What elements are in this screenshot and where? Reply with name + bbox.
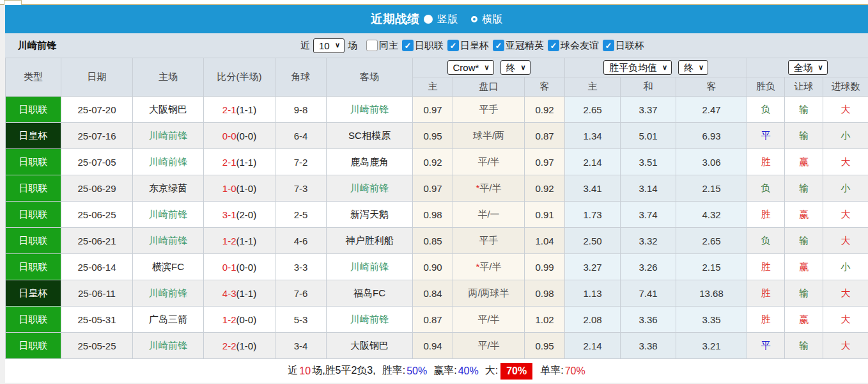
result-goals: 大 bbox=[823, 97, 868, 123]
home-team: 川崎前锋 bbox=[133, 228, 204, 254]
recent-count-select[interactable]: 10 bbox=[313, 38, 345, 53]
handicap-home-odds: 0.85 bbox=[413, 228, 453, 254]
odds-home: 3.27 bbox=[565, 254, 621, 280]
subheader-odds-away: 客 bbox=[676, 77, 747, 97]
away-team: 川崎前锋 bbox=[327, 175, 413, 202]
handicap-home-odds: 0.92 bbox=[413, 149, 453, 175]
vertical-layout-radio[interactable] bbox=[424, 15, 433, 24]
subheader-handicap-line: 盘口 bbox=[453, 77, 525, 97]
filter-checkbox-4[interactable]: ✓ bbox=[548, 40, 559, 51]
home-team: 川崎前锋 bbox=[133, 280, 204, 307]
match-date: 25-05-25 bbox=[61, 333, 133, 359]
col-header-type: 类型 bbox=[6, 58, 61, 97]
away-team: 川崎前锋 bbox=[327, 254, 413, 280]
result-handicap: 输 bbox=[785, 280, 823, 307]
corners: 7-6 bbox=[275, 280, 327, 307]
handicap-away-odds: 0.97 bbox=[525, 149, 565, 175]
odds-draw: 3.32 bbox=[621, 228, 676, 254]
match-row: 日职联25-07-05川崎前锋2-1(1-1)7-2鹿岛鹿角0.92平/半0.9… bbox=[6, 149, 868, 175]
odds-away: 2.15 bbox=[676, 175, 747, 202]
match-row: 日皇杯25-07-16川崎前锋0-0(0-0)6-4SC相模原0.95球半/两0… bbox=[6, 123, 868, 149]
odds-away: 2.47 bbox=[676, 97, 747, 123]
match-date: 25-07-16 bbox=[61, 123, 133, 149]
match-date: 25-06-29 bbox=[61, 175, 133, 202]
summary-match-count: 10 bbox=[299, 365, 311, 377]
result-handicap: 输 bbox=[785, 175, 823, 202]
col-header-date: 日期 bbox=[61, 58, 133, 97]
col-header-away: 客场 bbox=[327, 58, 413, 97]
filter-bar: 川崎前锋 近 10 场 同主✓日职联✓日皇杯✓亚冠精英✓球会友谊✓日联杯 bbox=[5, 33, 868, 58]
summary-bar: 近 10 场,胜5平2负3, 胜率: 50% 赢率: 40% 大: 70% 单率… bbox=[5, 359, 868, 383]
handicap-away-odds: 0.87 bbox=[525, 123, 565, 149]
match-row: 日职联25-05-31广岛三箭1-2(0-0)5-3川崎前锋0.87平/半1.0… bbox=[6, 307, 868, 333]
filter-checkbox-item: 同主 bbox=[362, 40, 398, 52]
result-handicap: 输 bbox=[785, 228, 823, 254]
result-scope-select[interactable]: 全场 bbox=[788, 60, 828, 75]
handicap-company-select[interactable]: Crow* bbox=[447, 60, 494, 75]
handicap-away-odds: 0.91 bbox=[525, 202, 565, 228]
match-type: 日职联 bbox=[6, 175, 61, 202]
filter-checkbox-1[interactable]: ✓ bbox=[402, 40, 414, 51]
filter-checkbox-2[interactable]: ✓ bbox=[447, 40, 459, 51]
filter-checkbox-item: ✓日职联 bbox=[398, 40, 444, 52]
handicap-away-odds: 0.92 bbox=[525, 97, 565, 123]
handicap-line: 平/半 bbox=[453, 149, 525, 175]
corners: 6-4 bbox=[275, 123, 327, 149]
result-goals: 大 bbox=[823, 307, 868, 333]
horizontal-layout-radio[interactable] bbox=[471, 16, 477, 22]
result-handicap: 输 bbox=[785, 97, 823, 123]
odds-draw: 3.74 bbox=[621, 202, 676, 228]
away-team: 福岛FC bbox=[327, 280, 413, 307]
title-bar: 近期战绩 竖版 横版 bbox=[5, 5, 868, 33]
odds-away: 4.32 bbox=[676, 202, 747, 228]
cover-rate-value: 40% bbox=[458, 365, 479, 377]
result-wdl: 胜 bbox=[747, 202, 785, 228]
handicap-line: 平手 bbox=[453, 228, 525, 254]
result-wdl: 胜 bbox=[747, 254, 785, 280]
filter-checkbox-item: ✓球会友谊 bbox=[544, 40, 599, 52]
score: 2-2(1-0) bbox=[204, 333, 275, 359]
top-strip bbox=[0, 0, 868, 5]
corners: 3-3 bbox=[275, 254, 327, 280]
europe-company-select[interactable]: 胜平负均值 bbox=[603, 60, 672, 75]
result-scope-select-wrap: 全场 bbox=[788, 60, 828, 75]
corners: 4-6 bbox=[275, 228, 327, 254]
top-corner-box bbox=[4, 0, 22, 5]
match-date: 25-06-25 bbox=[61, 202, 133, 228]
odds-draw: 3.14 bbox=[621, 175, 676, 202]
results-table: 类型 日期 主场 比分(半场) 角球 客场 Crow* 终 bbox=[5, 58, 868, 359]
vertical-layout-label[interactable]: 竖版 bbox=[437, 13, 458, 26]
subheader-odds-draw: 和 bbox=[621, 77, 676, 97]
match-type: 日职联 bbox=[6, 228, 61, 254]
filter-checkbox-5[interactable]: ✓ bbox=[603, 40, 614, 51]
result-goals: 大 bbox=[823, 333, 868, 359]
subheader-result-let: 让球 bbox=[785, 77, 823, 97]
filter-checkbox-0[interactable] bbox=[366, 40, 378, 51]
odds-away: 3.35 bbox=[676, 307, 747, 333]
result-handicap: 赢 bbox=[785, 202, 823, 228]
corners: 5-3 bbox=[275, 307, 327, 333]
filter-checkbox-label-5: 日联杯 bbox=[616, 40, 644, 52]
handicap-line: 半/一 bbox=[453, 202, 525, 228]
subheader-result-goals: 进球数 bbox=[823, 77, 868, 97]
match-date: 25-05-31 bbox=[61, 307, 133, 333]
handicap-home-odds: 0.87 bbox=[413, 307, 453, 333]
horizontal-layout-label[interactable]: 横版 bbox=[482, 13, 502, 26]
corners: 9-8 bbox=[275, 97, 327, 123]
result-wdl: 胜 bbox=[747, 149, 785, 175]
handicap-time-select[interactable]: 终 bbox=[500, 60, 531, 75]
result-wdl: 胜 bbox=[747, 307, 785, 333]
match-row: 日职联25-05-25川崎前锋2-2(1-0)3-4大阪钢巴0.94平/半0.9… bbox=[6, 333, 868, 359]
results-table-header: 类型 日期 主场 比分(半场) 角球 客场 Crow* 终 bbox=[6, 58, 868, 97]
filter-checkbox-3[interactable]: ✓ bbox=[493, 40, 504, 51]
corners: 7-2 bbox=[275, 149, 327, 175]
match-date: 25-07-20 bbox=[61, 97, 133, 123]
handicap-line: 两/两球半 bbox=[453, 280, 525, 307]
match-row: 日职联25-06-14横滨FC0-1(0-0)3-3川崎前锋0.90*平/半0.… bbox=[6, 254, 868, 280]
handicap-line: 球半/两 bbox=[453, 123, 525, 149]
result-goals: 小 bbox=[823, 175, 868, 202]
match-type: 日职联 bbox=[6, 254, 61, 280]
europe-time-select[interactable]: 终 bbox=[678, 60, 708, 75]
corners: 3-4 bbox=[275, 333, 327, 359]
result-handicap: 赢 bbox=[785, 149, 823, 175]
